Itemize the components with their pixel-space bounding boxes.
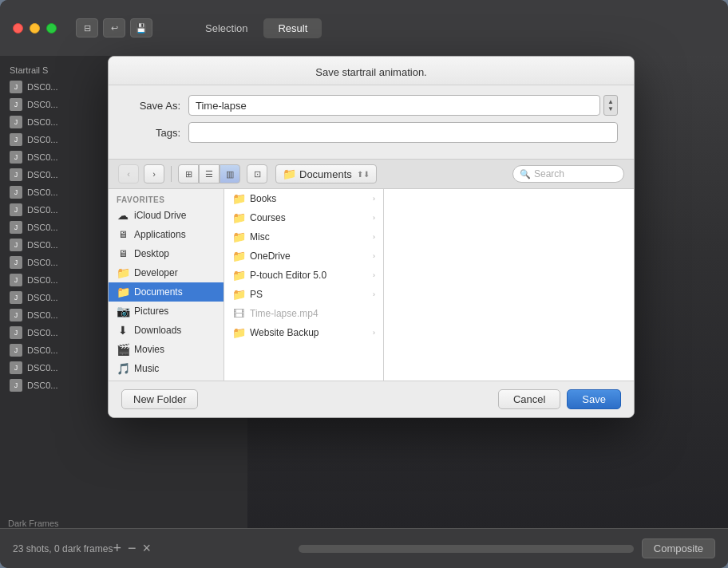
file-name: PS xyxy=(250,289,263,300)
composite-button[interactable]: Composite xyxy=(642,538,715,558)
file-icon: J xyxy=(10,361,22,374)
file-icon: J xyxy=(10,256,22,269)
save-button[interactable]: Save xyxy=(567,389,621,409)
dialog-form: Save As: ▲ ▼ Tags: xyxy=(109,85,634,159)
file-name: Time-lapse.mp4 xyxy=(250,308,318,319)
save-as-label: Save As: xyxy=(125,100,188,112)
browser-main: 📁 Books › 📁 Courses › 📁 Misc › 📁 OneDriv… xyxy=(224,189,634,381)
file-item-ps[interactable]: 📁 PS › xyxy=(224,285,383,304)
minimize-button[interactable] xyxy=(30,23,40,34)
sidebar-item-label: iCloud Drive xyxy=(134,210,186,221)
favorites-label: FAVORITES xyxy=(109,192,224,206)
back-nav-icon[interactable]: ↩ xyxy=(103,18,125,37)
browser-column: 📁 Books › 📁 Courses › 📁 Misc › 📁 OneDriv… xyxy=(224,189,384,381)
tags-label: Tags: xyxy=(125,127,188,139)
devices-label: Devices xyxy=(109,378,224,381)
folder-icon: 📁 xyxy=(232,288,245,301)
sidebar-item-documents[interactable]: 📁 Documents xyxy=(109,282,224,302)
downloads-icon: ⬇ xyxy=(117,324,129,337)
file-icon: J xyxy=(10,98,22,111)
bottom-icons: + − × xyxy=(113,540,151,557)
sidebar-item-label: Applications xyxy=(134,229,186,240)
applications-icon: 🖥 xyxy=(117,228,129,241)
file-name: DSC0... xyxy=(27,275,58,285)
chevron-right-icon: › xyxy=(373,214,375,222)
file-item-ptouch[interactable]: 📁 P-touch Editor 5.0 › xyxy=(224,266,383,285)
tags-input[interactable] xyxy=(188,122,618,143)
sidebar-item-pictures[interactable]: 📷 Pictures xyxy=(109,302,224,321)
bottom-bar: 23 shots, 0 dark frames + − × Composite xyxy=(0,528,728,568)
search-icon: 🔍 xyxy=(520,169,531,179)
save-as-input[interactable] xyxy=(188,95,600,116)
sidebar-item-developer[interactable]: 📁 Developer xyxy=(109,263,224,282)
file-name: Books xyxy=(250,193,276,204)
sidebar-item-music[interactable]: 🎵 Music xyxy=(109,359,224,378)
folder-icon: 📁 xyxy=(232,192,245,205)
save-as-spinner[interactable]: ▲ ▼ xyxy=(603,95,618,116)
file-item-timelapse[interactable]: 🎞 Time-lapse.mp4 xyxy=(224,304,383,323)
file-name: OneDrive xyxy=(250,250,291,262)
browser-sidebar: FAVORITES ☁ iCloud Drive 🖥 Applications … xyxy=(109,189,224,381)
sidebar-item-downloads[interactable]: ⬇ Downloads xyxy=(109,321,224,340)
sidebar-item-movies[interactable]: 🎬 Movies xyxy=(109,340,224,359)
cancel-button[interactable]: Cancel xyxy=(498,389,560,409)
file-item-books[interactable]: 📁 Books › xyxy=(224,189,383,208)
file-item-onedrive[interactable]: 📁 OneDrive › xyxy=(224,247,383,266)
file-icon: J xyxy=(10,221,22,234)
file-icon: J xyxy=(10,81,22,93)
file-icon: J xyxy=(10,203,22,216)
close-button[interactable] xyxy=(13,23,23,34)
file-icon: J xyxy=(10,379,22,392)
location-label: Documents xyxy=(299,168,352,180)
file-name: DSC0... xyxy=(27,135,58,144)
chevron-right-icon: › xyxy=(373,290,375,298)
view-list-button[interactable]: ☰ xyxy=(199,164,220,183)
save-nav-icon[interactable]: 💾 xyxy=(130,18,152,37)
new-folder-button[interactable]: New Folder xyxy=(121,389,198,409)
folder-icon: 📁 xyxy=(232,231,245,243)
stats-label: 23 shots, 0 dark frames xyxy=(13,543,113,554)
music-icon: 🎵 xyxy=(117,362,129,375)
file-icon: 🎞 xyxy=(232,307,245,320)
scrollbar[interactable] xyxy=(299,545,634,553)
dark-frames-label: Dark Frames xyxy=(8,519,59,528)
file-item-misc[interactable]: 📁 Misc › xyxy=(224,227,383,247)
icloud-icon: ☁ xyxy=(117,209,129,222)
toolbar-separator xyxy=(171,166,172,182)
dialog-browser: FAVORITES ☁ iCloud Drive 🖥 Applications … xyxy=(109,189,634,381)
view-gallery-button[interactable]: ⊡ xyxy=(247,164,267,183)
tab-selection[interactable]: Selection xyxy=(191,18,262,38)
folder-icon: 📁 xyxy=(232,326,245,339)
tab-bar: Selection Result xyxy=(191,18,322,38)
add-button[interactable]: + xyxy=(113,540,121,557)
file-icon: J xyxy=(10,274,22,286)
sidebar-item-label: Developer xyxy=(134,267,178,278)
file-name: DSC0... xyxy=(27,293,58,302)
sidebar-item-desktop[interactable]: 🖥 Desktop xyxy=(109,244,224,263)
search-field[interactable]: 🔍 Search xyxy=(512,165,624,183)
maximize-button[interactable] xyxy=(46,23,57,34)
nav-icon[interactable]: ⊟ xyxy=(76,18,98,37)
forward-button[interactable]: › xyxy=(144,164,164,183)
file-item-courses[interactable]: 📁 Courses › xyxy=(224,208,383,227)
desktop-icon: 🖥 xyxy=(117,247,129,260)
back-button[interactable]: ‹ xyxy=(118,164,139,183)
file-name: DSC0... xyxy=(27,310,58,320)
file-name: DSC0... xyxy=(27,363,58,373)
tab-result[interactable]: Result xyxy=(263,18,322,38)
sidebar-item-applications[interactable]: 🖥 Applications xyxy=(109,225,224,244)
view-icon-button[interactable]: ⊞ xyxy=(178,164,199,183)
sidebar-item-label: Desktop xyxy=(134,248,169,259)
file-item-website[interactable]: 📁 Website Backup › xyxy=(224,323,383,342)
file-name: DSC0... xyxy=(27,100,58,109)
dialog-bottom: New Folder Cancel Save xyxy=(109,381,634,417)
subtract-button[interactable]: − xyxy=(128,540,136,557)
location-dropdown[interactable]: 📁 Documents ⬆⬇ xyxy=(275,164,377,183)
sidebar-item-icloud[interactable]: ☁ iCloud Drive xyxy=(109,206,224,225)
file-name: DSC0... xyxy=(27,187,58,197)
close-frames-button[interactable]: × xyxy=(142,540,151,557)
save-as-row: Save As: ▲ ▼ xyxy=(125,95,618,116)
file-name: DSC0... xyxy=(27,82,58,92)
file-icon: J xyxy=(10,151,22,164)
view-column-button[interactable]: ▥ xyxy=(220,164,240,183)
